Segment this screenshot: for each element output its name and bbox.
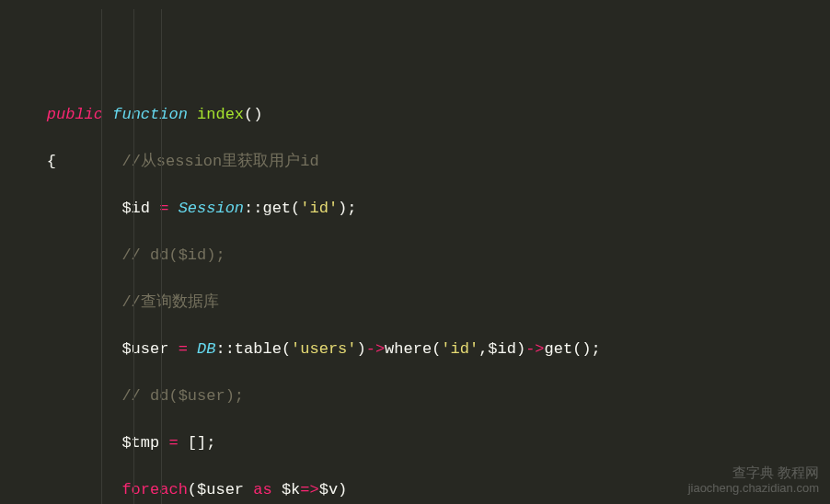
- punct: [];: [188, 434, 216, 452]
- watermark-text-cn: 查字典 教程网: [688, 464, 819, 482]
- operator: ->: [525, 340, 544, 358]
- code-line[interactable]: { //从session里获取用户id: [9, 150, 821, 174]
- code-line[interactable]: public function index(): [9, 103, 821, 127]
- indent-guide: [161, 9, 162, 504]
- variable: $tmp: [121, 434, 159, 452]
- watermark-url: jiaocheng.chazidian.com: [688, 481, 819, 497]
- comment: //查询数据库: [121, 293, 218, 311]
- class: DB: [197, 340, 215, 358]
- function-name: index: [197, 106, 244, 123]
- punct: ): [338, 481, 347, 498]
- operator: ->: [366, 340, 385, 358]
- class: Session: [179, 200, 244, 217]
- code-line[interactable]: $tmp = [];: [9, 431, 821, 455]
- code-line[interactable]: // dd($id);: [9, 244, 821, 268]
- operator: =: [168, 340, 197, 358]
- variable: $id: [121, 200, 150, 217]
- keyword: foreach: [121, 481, 187, 498]
- string: 'id': [441, 340, 478, 358]
- punct: (: [291, 200, 300, 217]
- method: get: [262, 200, 291, 217]
- method: get: [545, 340, 573, 358]
- punct: ::: [244, 200, 262, 217]
- punct: (): [244, 106, 262, 123]
- punct: (: [432, 340, 441, 358]
- variable: $id: [488, 340, 516, 358]
- operator: =: [150, 200, 179, 217]
- string: 'users': [291, 340, 356, 358]
- code-line[interactable]: $user = DB::table('users')->where('id',$…: [9, 338, 821, 361]
- punct: ();: [572, 340, 601, 358]
- string: 'id': [300, 200, 338, 217]
- code-line[interactable]: $id = Session::get('id');: [9, 197, 821, 221]
- operator: as: [244, 481, 282, 498]
- punct: (: [282, 340, 291, 358]
- punct: (: [188, 481, 197, 498]
- indent-guide: [133, 9, 134, 504]
- punct: ): [516, 340, 525, 358]
- punct: ): [357, 340, 366, 358]
- method: table: [235, 340, 282, 358]
- keyword: public: [47, 106, 103, 123]
- operator: =>: [300, 481, 318, 498]
- comment: //从session里获取用户id: [121, 153, 318, 170]
- comment: // dd($id);: [121, 246, 225, 264]
- code-line[interactable]: // dd($user);: [9, 384, 821, 408]
- method: where: [385, 340, 432, 358]
- variable: $k: [282, 481, 300, 498]
- punct: );: [338, 200, 356, 217]
- punct: ,: [478, 340, 488, 358]
- code-line[interactable]: //查询数据库: [9, 291, 821, 315]
- comment: // dd($user);: [121, 387, 244, 405]
- brace: {: [47, 153, 56, 170]
- keyword: function: [112, 106, 188, 123]
- operator: =: [159, 434, 188, 452]
- watermark: 查字典 教程网 jiaocheng.chazidian.com: [688, 464, 819, 497]
- code-editor[interactable]: public function index() { //从session里获取用…: [9, 9, 821, 504]
- variable: $v: [319, 481, 338, 498]
- indent-guide: [101, 9, 102, 504]
- variable: $user: [197, 481, 244, 498]
- punct: ::: [215, 340, 234, 358]
